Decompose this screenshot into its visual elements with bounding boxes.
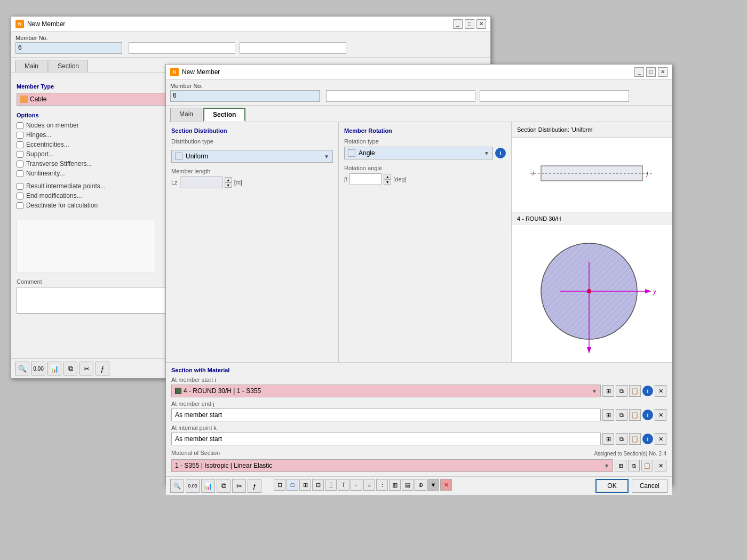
lz-up-btn[interactable]: ▲ xyxy=(225,177,232,182)
member-start-select[interactable]: 4 - ROUND 30/H | 1 - S355 ▼ xyxy=(171,385,601,397)
main-tab-main[interactable]: Main xyxy=(170,108,202,122)
main-maximize-btn[interactable]: □ xyxy=(646,67,656,77)
bg-maximize-btn[interactable]: □ xyxy=(465,19,474,29)
bg-window-controls[interactable]: _ □ ✕ xyxy=(453,19,486,29)
member-end-row: As member start ⊞ ⧉ 📋 i ✕ xyxy=(171,409,666,421)
lz-unit: [m] xyxy=(234,179,242,186)
bg-checkbox-hinges[interactable] xyxy=(17,132,23,139)
start-table-btn[interactable]: ⊞ xyxy=(602,385,614,397)
bg-checkbox-nodes[interactable] xyxy=(17,122,23,129)
extra-btn2[interactable]: □ xyxy=(287,479,298,491)
main-member-no-input[interactable]: 6 xyxy=(170,90,320,102)
end-copy-btn[interactable]: ⧉ xyxy=(616,409,627,421)
material-table-btn[interactable]: ⊞ xyxy=(615,460,626,471)
bg-copy-btn[interactable]: ⧉ xyxy=(63,362,77,375)
extra-btn5[interactable]: ⌶ xyxy=(325,479,337,491)
start-copy-btn[interactable]: ⧉ xyxy=(616,385,627,397)
bt-zero-btn[interactable]: 0.00 xyxy=(186,479,200,493)
bt-search-btn[interactable]: 🔍 xyxy=(170,479,184,493)
internal-info-btn[interactable]: i xyxy=(642,434,653,444)
member-end-select[interactable]: As member start xyxy=(171,409,601,421)
bg-tab-section[interactable]: Section xyxy=(49,60,88,72)
material-paste-btn[interactable]: 📋 xyxy=(641,460,653,471)
extra-btn6[interactable]: T xyxy=(338,479,349,491)
bg-checkbox-result-points[interactable] xyxy=(17,183,23,190)
internal-copy-btn[interactable]: ⧉ xyxy=(616,433,627,445)
cancel-button[interactable]: Cancel xyxy=(632,479,667,493)
bt-function-btn[interactable]: ƒ xyxy=(248,479,261,493)
internal-paste-btn[interactable]: 📋 xyxy=(629,433,641,445)
member-end-label: At member end j xyxy=(171,401,666,407)
extra-btn7[interactable]: ⌐ xyxy=(351,479,362,491)
rotation-down-btn[interactable]: ▼ xyxy=(384,179,391,185)
extra-btn11[interactable]: ▤ xyxy=(402,479,414,491)
rotation-info-btn[interactable]: i xyxy=(495,148,506,158)
bg-function-btn[interactable]: ƒ xyxy=(96,362,109,375)
bg-search-btn[interactable]: 🔍 xyxy=(15,362,29,375)
bg-checkbox-support[interactable] xyxy=(17,151,23,158)
material-select[interactable]: 1 - S355 | Isotropic | Linear Elastic ▼ xyxy=(171,459,613,472)
rotation-type-select[interactable]: Angle ▼ xyxy=(344,147,493,159)
start-paste-btn[interactable]: 📋 xyxy=(629,385,641,397)
main-header-fields: Member No. 6 x x xyxy=(166,79,672,106)
material-copy-btn[interactable]: ⧉ xyxy=(628,460,640,471)
bg-chart-btn[interactable]: 📊 xyxy=(47,362,61,375)
cross-section-label: 4 - ROUND 30/H xyxy=(512,212,672,225)
material-delete-btn[interactable]: ✕ xyxy=(655,460,666,471)
internal-table-btn[interactable]: ⊞ xyxy=(602,433,614,445)
bg-member-no-input[interactable]: 6 xyxy=(15,42,122,54)
material-arrow: ▼ xyxy=(604,463,609,469)
distribution-type-row: Distribution type xyxy=(171,138,333,147)
bg-option-nonlinearity-label: Nonlinearity... xyxy=(26,170,65,177)
main-tab-section[interactable]: Section xyxy=(203,108,245,122)
main-minimize-btn[interactable]: _ xyxy=(634,67,644,77)
internal-delete-btn[interactable]: ✕ xyxy=(655,433,666,445)
distribution-type-select[interactable]: Uniform ▼ xyxy=(171,150,333,163)
extra-btn4[interactable]: ⊟ xyxy=(312,479,324,491)
bt-chart-btn[interactable]: 📊 xyxy=(201,479,215,493)
rotation-up-btn[interactable]: ▲ xyxy=(384,174,391,179)
rotation-type-row: Angle ▼ i xyxy=(344,147,506,159)
extra-btn8[interactable]: ≡ xyxy=(363,479,375,491)
start-delete-btn[interactable]: ✕ xyxy=(655,385,666,397)
extra-btn9[interactable]: ⋮ xyxy=(376,479,388,491)
extra-btn3[interactable]: ⊞ xyxy=(299,479,311,491)
bt-copy-btn[interactable]: ⧉ xyxy=(217,479,231,493)
end-paste-btn[interactable]: 📋 xyxy=(629,409,641,421)
extra-btn12[interactable]: ⊕ xyxy=(415,479,426,491)
beta-label: β xyxy=(344,176,347,182)
bg-zero-btn[interactable]: 0.00 xyxy=(31,362,45,375)
extra-btn1[interactable]: ⊡ xyxy=(274,479,285,491)
bg-checkbox-deactivate[interactable] xyxy=(17,202,23,209)
lz-down-btn[interactable]: ▼ xyxy=(225,182,232,188)
bg-scissors-btn[interactable]: ✂ xyxy=(80,362,93,375)
ok-button[interactable]: OK xyxy=(595,479,628,493)
lz-stepper[interactable]: ▲ ▼ xyxy=(225,177,232,188)
internal-point-select[interactable]: As member start xyxy=(171,433,601,445)
rotation-type-label: Rotation type xyxy=(344,138,506,145)
end-table-btn[interactable]: ⊞ xyxy=(602,409,614,421)
end-info-btn[interactable]: i xyxy=(642,410,653,420)
lz-input[interactable] xyxy=(180,177,222,188)
bg-close-btn[interactable]: ✕ xyxy=(476,19,486,29)
rotation-angle-input[interactable]: 0.00 xyxy=(349,173,382,185)
extra-delete-btn[interactable]: ✕ xyxy=(440,479,452,491)
main-window-controls[interactable]: _ □ ✕ xyxy=(634,67,667,77)
distribution-type-label: Distribution type xyxy=(171,138,213,145)
start-info-btn[interactable]: i xyxy=(642,386,653,396)
bg-tab-main[interactable]: Main xyxy=(15,60,47,72)
end-delete-btn[interactable]: ✕ xyxy=(655,409,666,421)
bg-minimize-btn[interactable]: _ xyxy=(453,19,463,29)
svg-text:z: z xyxy=(585,356,589,358)
bg-checkbox-end-mods[interactable] xyxy=(17,193,23,199)
bg-checkbox-transverse[interactable] xyxy=(17,161,23,167)
extra-btn13[interactable]: ▼ xyxy=(427,479,439,491)
bt-scissors-btn[interactable]: ✂ xyxy=(232,479,246,493)
rotation-angle-unit: [deg] xyxy=(393,176,406,182)
bg-checkbox-nonlinearity[interactable] xyxy=(17,170,23,177)
bg-checkbox-eccentricities[interactable] xyxy=(17,141,23,148)
extra-btn10[interactable]: ▥ xyxy=(389,479,401,491)
rotation-angle-stepper[interactable]: ▲ ▼ xyxy=(384,174,391,185)
main-close-btn[interactable]: ✕ xyxy=(658,67,667,77)
rotation-angle-row: β 0.00 ▲ ▼ [deg] xyxy=(344,173,506,185)
